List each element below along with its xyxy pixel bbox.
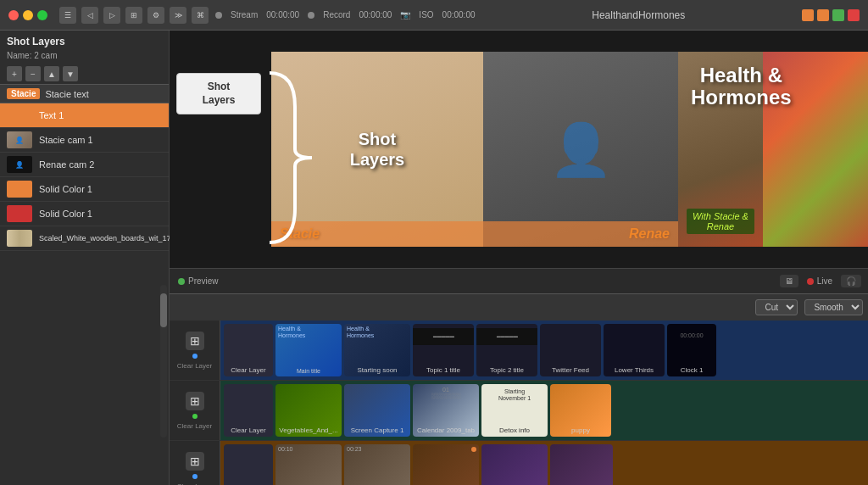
topbar-left-icons: ☰ ◁ ▷ ⊞ ⚙ ≫ ⌘ [59,7,209,24]
timeline: ⊞ Clear Layer Clear Layer Health &Hormon… [170,321,868,485]
close-button[interactable] [8,10,19,20]
center-area: Shot Layers ShotLayers Stacie 👤 Renae [170,31,868,485]
clip-pip-renae[interactable]: PIP Renae [481,444,548,485]
expand-icon[interactable]: ≫ [170,7,186,24]
health-hormones-title: Health & Hormones [691,64,792,109]
layer-thumb-renae: 👤 [7,156,32,173]
row2-dot [192,414,198,419]
clip-starting-soon[interactable]: Health &Hormones Starting soon [344,324,410,376]
forward-icon[interactable]: ▷ [103,7,120,24]
preview-canvas: ShotLayers Stacie 👤 Renae Health & Hormo… [271,52,868,247]
btn-green[interactable] [832,9,844,21]
layer-thumb-solid2 [7,205,32,222]
layer-wood[interactable]: Scaled_White_wooden_boards_wit_1759838 [0,226,169,251]
clip-label-clock: Clock 1 [669,367,715,375]
scrollbar-thumb[interactable] [160,293,167,327]
renae-overlay [483,221,678,247]
clip-label-clear1: Clear Layer [225,367,271,375]
topbar-right-controls [802,9,860,21]
move-down-button[interactable]: ▼ [63,66,78,81]
clip-label-veggies: Vegetables_And_... [277,427,340,435]
layer-renae-cam2[interactable]: 👤 Renae cam 2 [0,153,169,177]
clip-clear-2[interactable]: Clear Layer [224,384,273,437]
layer-name-solid1: Solid Color 1 [39,184,162,194]
back-icon[interactable]: ◁ [81,7,98,24]
layer-solid-color1[interactable]: Solid Color 1 [0,177,169,202]
clip-vegetables[interactable]: Vegetables_And_... [275,384,342,437]
layer-stacie-cam1[interactable]: 👤 Stacie cam 1 [0,128,169,153]
clip-main-title[interactable]: Health &Hormones Main title [275,324,342,376]
maximize-button[interactable] [37,10,47,20]
app-title: HealthandHormones [482,9,795,21]
clip-label-main-title: Health &Hormones [278,326,339,338]
cut-select[interactable]: Cut [755,299,798,315]
clip-twitter-feed[interactable]: Twitter Feed [540,324,601,376]
layer-text1[interactable]: Text 1 [0,103,169,128]
clip-lower-thirds[interactable]: Lower Thirds [604,324,665,376]
clip-stacie-cam[interactable]: 00:10 Stacie cam [275,444,342,485]
add-layer-button[interactable]: + [7,66,22,81]
clip-renae-cam[interactable]: 00:23 Renae camera [344,444,410,485]
clip-2cam[interactable]: 2 cam [413,444,479,485]
clip-clear-3[interactable]: Clear Layer [224,444,273,485]
stacie-section-header: Stacie Stacie text [0,84,169,103]
live-label: Live [807,276,832,286]
smooth-select[interactable]: Smooth [804,299,863,315]
menu-icon[interactable]: ☰ [59,7,76,24]
move-up-button[interactable]: ▲ [44,66,59,81]
row1-icon: ⊞ [186,332,204,350]
preview-controls-bar: Preview 🖥 Live 🎧 🔊 [170,268,868,293]
row1-label-text: Clear Layer [177,362,212,370]
clip-pip-stacie[interactable]: PIP Stacie [550,444,613,485]
monitor-icon[interactable]: 🖥 [780,275,798,287]
live-text: Live [817,276,832,286]
row1-clips: Clear Layer Health &Hormones Main title … [220,321,868,380]
panel-name-row: Name: 2 cam [0,49,169,64]
layer-name-text1: Text 1 [39,110,162,120]
clip-calendar[interactable]: 01░░░░░░░ Calendar 2009_tab [413,384,479,437]
btn-orange2[interactable] [817,9,829,21]
scene-icon[interactable]: ⊞ [125,7,142,24]
clip-screen-capture[interactable]: Screen Capture 1 [344,384,410,437]
transition-bar: Cut Smooth → 0 [170,293,868,321]
layer-thumb-wood [7,230,32,247]
record-time: 00:00:00 [359,10,392,20]
clip-topic1[interactable]: ━━━━━ Topic 1 title [413,324,474,376]
row2-clips: Clear Layer Vegetables_And_... Screen Ca… [220,381,868,440]
headphones-icon[interactable]: 🎧 [841,275,861,287]
preview-label: Preview [178,276,219,286]
clip-puppy[interactable]: puppy [550,384,611,437]
layer-solid-color2[interactable]: Solid Color 1 [0,202,169,226]
iso-icon: 📷 [400,10,410,20]
minimize-button[interactable] [23,10,33,20]
settings-icon[interactable]: ⚙ [147,7,164,24]
panel-title: Shot Layers [0,31,169,49]
preview-area: Shot Layers ShotLayers Stacie 👤 Renae [170,31,868,268]
layer-toolbar: + − ▲ ▼ [0,64,169,84]
topbar: ☰ ◁ ▷ ⊞ ⚙ ≫ ⌘ Stream 00:00:00 Record 00:… [0,0,868,31]
left-panel-scrollbar[interactable] [160,285,167,438]
clip-sublabel-starting: Starting soon [346,367,409,375]
row3-icon: ⊞ [186,452,204,471]
renae-cam-figure: 👤 [483,52,678,247]
record-label: Record [323,10,350,20]
clip-detox-info[interactable]: StartingNovember 1 Detox info [481,384,548,437]
preview-indicator [178,278,185,285]
wifi-icon[interactable]: ⌘ [192,7,209,24]
clip-clear-1[interactable]: Clear Layer [224,324,273,376]
clip-clock1[interactable]: 00:00:00 Clock 1 [667,324,716,376]
name-label: Name: [7,51,31,60]
clip-label-topic2: Topic 2 title [478,367,536,375]
btn-red[interactable] [848,9,860,21]
clip-label-twitter: Twitter Feed [542,367,599,375]
row3-label-text: Clear Layer [177,482,212,486]
clock-display: 00:00:00 [667,332,716,338]
preview-right-graphic: Health & Hormones With Stacie & Renae [678,52,868,247]
btn-orange[interactable] [802,9,814,21]
remove-layer-button[interactable]: − [25,66,41,81]
row2-label-text: Clear Layer [177,422,212,430]
row1-label: ⊞ Clear Layer [170,321,220,380]
detox-text: StartingNovember 1 [486,388,543,403]
shot-layers-annotation: Shot Layers [176,73,261,114]
clip-topic2[interactable]: ━━━━━ Topic 2 title [476,324,537,376]
